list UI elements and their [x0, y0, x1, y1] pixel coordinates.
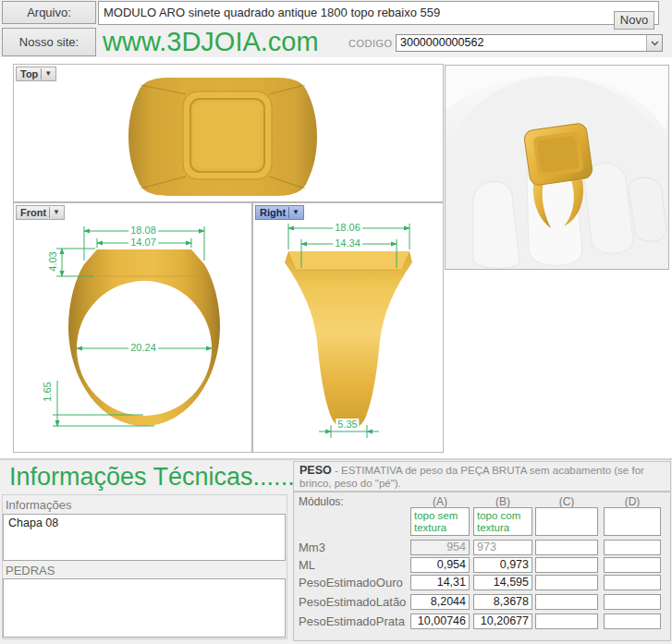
value-cell-a[interactable]: 8,2044: [410, 594, 470, 610]
viewport-right-label: Right: [260, 207, 286, 218]
value-cell-b[interactable]: 973: [473, 540, 532, 555]
column-header-c: (C): [535, 495, 598, 508]
module-name-cell-c[interactable]: [535, 507, 598, 536]
codigo-label: CODIGO: [348, 38, 393, 49]
dim-front-outer-width: 18.08: [128, 225, 158, 236]
dim-right-inner-width: 14.34: [333, 237, 362, 249]
column-header-d: (D): [604, 495, 661, 508]
module-name-cell-a[interactable]: topo sem textura: [410, 507, 470, 536]
pedras-label: PEDRAS: [6, 564, 55, 577]
tab-divider: [49, 207, 50, 218]
chevron-down-icon[interactable]: ▼: [292, 209, 299, 216]
chevron-down-icon[interactable]: ▼: [53, 209, 60, 216]
site-url-link[interactable]: www.3DJOIA.com: [103, 26, 319, 57]
module-name-cell-d[interactable]: [604, 507, 661, 536]
dim-front-inner-diameter: 20.24: [128, 342, 158, 353]
value-cell-b[interactable]: 0,973: [473, 557, 532, 573]
dim-right-outer-width: 18.06: [333, 222, 362, 233]
viewport-top-tab[interactable]: Top ▼: [16, 67, 56, 81]
row-label: PesoEstimadoLatão: [299, 595, 406, 609]
render-3d-panel: [445, 65, 669, 270]
peso-description: PESO - ESTIMATIVA de peso da PEÇA BRUTA …: [293, 461, 671, 492]
value-cell-a[interactable]: 14,31: [410, 575, 470, 590]
value-cell-b[interactable]: 10,20677: [473, 614, 532, 629]
modulos-label: Módulos:: [299, 495, 344, 508]
peso-label: PESO: [299, 464, 332, 477]
modulos-table: Módulos: (A) (B) (C) (D) topo sem textur…: [293, 492, 671, 641]
hand-ring-render-image: [446, 66, 668, 269]
row-label: PesoEstimadoOuro: [299, 576, 403, 589]
table-row: PesoEstimadoLatão8,20448,3678: [294, 594, 670, 610]
value-cell-d[interactable]: [604, 594, 661, 610]
value-cell-b[interactable]: 14,595: [473, 575, 532, 590]
value-cell-a[interactable]: 10,00746: [410, 614, 470, 629]
table-row: Mm3954973: [294, 540, 670, 555]
value-cell-c[interactable]: [535, 594, 598, 610]
value-cell-c[interactable]: [535, 540, 598, 555]
table-row: PesoEstimadoOuro14,3114,595: [294, 575, 670, 590]
value-cell-d[interactable]: [604, 540, 661, 555]
row-label: Mm3: [299, 541, 325, 554]
table-row: PesoEstimadoPrata10,0074610,20677: [294, 614, 670, 629]
codigo-combobox[interactable]: 3000000000562: [396, 34, 663, 52]
novo-button[interactable]: Novo: [614, 11, 654, 30]
arquivo-button[interactable]: Arquivo:: [2, 1, 96, 24]
row-label: ML: [299, 558, 315, 572]
app-window: Arquivo: MODULO ARO sinete quadrado anti…: [0, 0, 672, 644]
value-cell-d[interactable]: [604, 557, 661, 573]
pedras-textbox[interactable]: [3, 578, 286, 638]
table-row: ML0,9540,973: [294, 557, 670, 573]
chevron-down-icon[interactable]: ▼: [44, 70, 52, 78]
tab-divider: [288, 207, 289, 218]
viewport-top[interactable]: Top ▼: [13, 64, 444, 202]
informacoes-label: Informações: [6, 498, 72, 512]
dim-front-band-thickness: 1.65: [42, 380, 53, 403]
peso-text: - ESTIMATIVA de peso da PEÇA BRUTA sem a…: [299, 465, 644, 489]
value-cell-c[interactable]: [535, 557, 598, 573]
column-header-b: (B): [473, 495, 532, 508]
value-cell-a[interactable]: 0,954: [410, 557, 470, 573]
viewport-front-label: Front: [20, 207, 46, 218]
tab-divider: [41, 68, 42, 79]
value-cell-c[interactable]: [535, 575, 598, 590]
viewport-right-tab[interactable]: Right ▼: [255, 205, 304, 220]
file-name-field[interactable]: MODULO ARO sinete quadrado antique 1800 …: [98, 1, 659, 25]
tech-info-title: Informações Técnicas.......: [9, 463, 301, 492]
viewport-top-label: Top: [20, 68, 38, 79]
dim-front-head-height: 4.03: [47, 249, 58, 273]
value-cell-a[interactable]: 954: [410, 540, 470, 555]
codigo-value: 3000000000562: [400, 35, 483, 51]
value-cell-c[interactable]: [535, 614, 598, 629]
column-header-a: (A): [410, 495, 470, 508]
row-label: PesoEstimadoPrata: [299, 614, 405, 628]
dim-front-inner-width: 14.07: [128, 237, 158, 248]
nosso-site-button[interactable]: Nosso site:: [2, 28, 96, 56]
chevron-down-icon[interactable]: [646, 35, 662, 51]
ring-top-view-drawing: [14, 65, 443, 201]
value-cell-d[interactable]: [604, 575, 661, 590]
viewport-front-tab[interactable]: Front ▼: [16, 205, 65, 220]
value-cell-b[interactable]: 8,3678: [473, 594, 532, 610]
dim-right-tip-width: 5.35: [336, 419, 359, 430]
value-cell-d[interactable]: [604, 614, 661, 629]
module-name-cell-b[interactable]: topo com textura: [473, 507, 532, 536]
informacoes-textbox[interactable]: Chapa 08: [3, 514, 286, 561]
